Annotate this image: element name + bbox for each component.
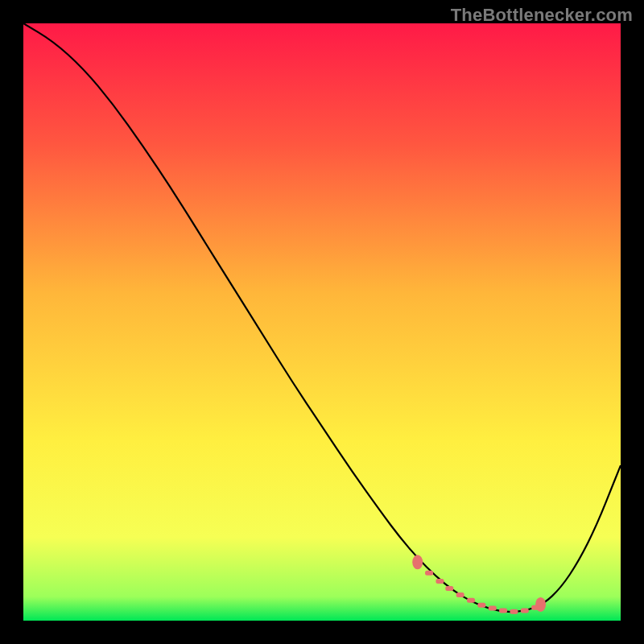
- marker-dash-icon: [445, 586, 453, 591]
- chart-container: TheBottlenecker.com: [0, 0, 644, 644]
- marker-dash-icon: [456, 592, 464, 597]
- marker-dash-icon: [499, 608, 507, 613]
- marker-dash-icon: [510, 609, 518, 614]
- bottleneck-chart: [0, 0, 644, 644]
- watermark-text: TheBottlenecker.com: [451, 5, 633, 26]
- plot-background-gradient: [23, 23, 621, 621]
- marker-dash-icon: [467, 598, 475, 603]
- marker-dash-icon: [425, 571, 433, 576]
- marker-dash-icon: [521, 608, 529, 613]
- marker-end-icon: [535, 597, 546, 612]
- marker-dash-icon: [489, 605, 497, 610]
- marker-end-icon: [412, 555, 423, 569]
- marker-dash-icon: [436, 579, 444, 584]
- marker-dash-icon: [477, 603, 485, 608]
